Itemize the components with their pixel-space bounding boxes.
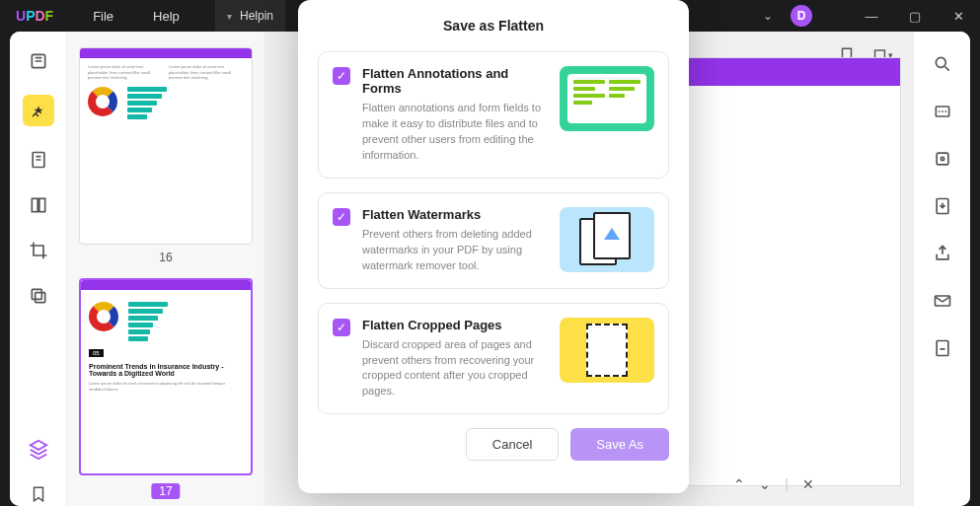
option-desc: Discard cropped area of pages and preven… [362, 337, 548, 400]
save-flatten-dialog: Save as Flatten ✓ Flatten Annotations an… [298, 0, 689, 493]
app-logo: UPDF [16, 8, 53, 24]
pin-icon: ▾ [227, 11, 232, 22]
layers-icon[interactable] [27, 437, 50, 461]
search-icon[interactable] [932, 53, 953, 75]
close-button[interactable]: ✕ [937, 0, 980, 32]
thumb-section-tag: 05 [89, 349, 104, 357]
svg-rect-5 [32, 289, 41, 299]
svg-rect-10 [937, 153, 948, 165]
dialog-title: Save as Flatten [318, 18, 669, 34]
thumbnail-panel: Lorem ipsum dolor sit amet text placehol… [67, 32, 264, 506]
print-icon[interactable] [932, 337, 953, 359]
export-icon[interactable] [932, 195, 953, 217]
svg-point-8 [936, 57, 945, 67]
close-nav-icon[interactable]: ✕ [802, 476, 814, 492]
watermarks-illustration [560, 207, 654, 272]
document-tab[interactable]: ▾ Helpin [215, 0, 285, 32]
window-controls: ― ▢ ✕ [850, 0, 980, 32]
share-icon[interactable] [932, 243, 953, 264]
svg-rect-4 [35, 293, 44, 303]
option-title: Flatten Annotations and Forms [362, 66, 548, 96]
thumbnail-page-16[interactable]: Lorem ipsum dolor sit amet text placehol… [79, 47, 253, 245]
thumb-heading: Prominent Trends in Insurance Industry -… [89, 363, 243, 377]
svg-rect-2 [32, 198, 38, 211]
maximize-button[interactable]: ▢ [893, 0, 937, 32]
thumbnail-page-17[interactable]: 05 Prominent Trends in Insurance Industr… [79, 278, 253, 475]
mail-icon[interactable] [932, 290, 953, 312]
edit-tool-icon[interactable] [27, 148, 50, 172]
option-flatten-annotations[interactable]: ✓ Flatten Annotations and Forms Flatten … [318, 51, 669, 179]
bookmark-icon[interactable] [27, 482, 50, 506]
option-title: Flatten Cropped Pages [362, 318, 548, 332]
frame-icon[interactable] [932, 148, 953, 170]
option-flatten-cropped[interactable]: ✓ Flatten Cropped Pages Discard cropped … [318, 303, 669, 415]
thumbnail-number-16: 16 [79, 251, 253, 264]
thumbnail-number-17: 17 [151, 483, 180, 499]
menu-file[interactable]: File [93, 9, 113, 24]
tab-label: Helpin [240, 9, 273, 23]
left-toolbar [10, 32, 67, 506]
ocr-icon[interactable] [932, 101, 953, 122]
tab-dropdown-icon[interactable]: ⌄ [763, 9, 773, 23]
checkbox-annotations[interactable]: ✓ [333, 67, 350, 85]
option-title: Flatten Watermarks [362, 207, 548, 222]
option-flatten-watermarks[interactable]: ✓ Flatten Watermarks Prevent others from… [318, 192, 669, 289]
option-desc: Prevent others from deleting added water… [362, 227, 548, 274]
avatar[interactable]: D [791, 5, 812, 27]
cropped-illustration [560, 318, 654, 383]
highlight-tool-icon[interactable] [23, 95, 54, 126]
save-as-button[interactable]: Save As [570, 428, 669, 461]
right-toolbar [913, 32, 970, 506]
option-desc: Flatten annotations and form fields to m… [362, 101, 548, 164]
prev-page-icon[interactable]: ⌄ [759, 476, 771, 492]
copy-tool-icon[interactable] [27, 284, 50, 308]
checkbox-watermarks[interactable]: ✓ [333, 208, 350, 226]
reader-tool-icon[interactable] [27, 49, 50, 73]
svg-rect-3 [38, 198, 44, 211]
organize-tool-icon[interactable] [27, 193, 50, 217]
checkbox-cropped[interactable]: ✓ [333, 319, 350, 336]
nav-divider: | [785, 476, 789, 492]
minimize-button[interactable]: ― [850, 0, 893, 32]
menu-help[interactable]: Help [153, 9, 180, 24]
crop-tool-icon[interactable] [27, 239, 50, 262]
annotations-illustration [560, 66, 654, 131]
first-page-icon[interactable]: ⌃ [733, 476, 745, 492]
page-nav-toolbar: ⌃ ⌄ | ✕ [733, 476, 814, 492]
cancel-button[interactable]: Cancel [466, 428, 559, 461]
svg-point-11 [941, 157, 943, 160]
